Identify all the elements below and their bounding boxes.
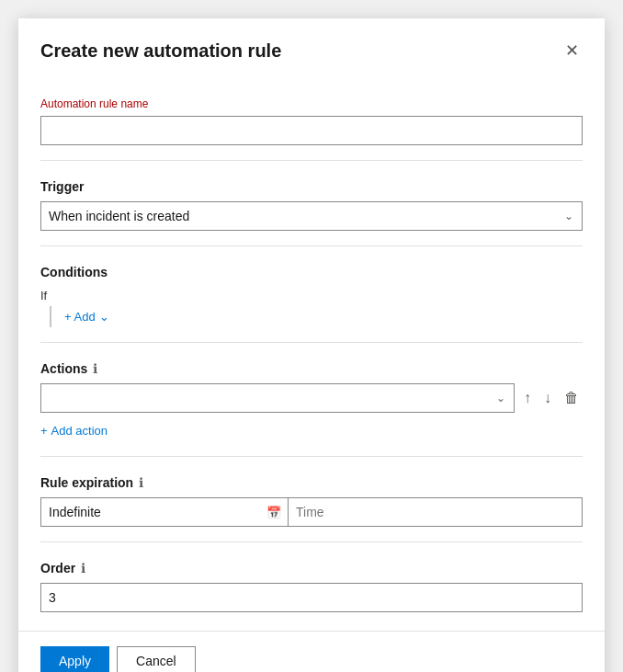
delete-icon: 🗑 bbox=[564, 390, 579, 406]
create-automation-dialog: Create new automation rule ✕ Automation … bbox=[18, 18, 605, 672]
rule-expiration-header: Rule expiration ℹ bbox=[40, 475, 583, 490]
add-condition-chevron-icon: ⌄ bbox=[99, 310, 109, 324]
expiration-date-input[interactable] bbox=[40, 497, 289, 527]
trigger-select[interactable]: When incident is created When incident i… bbox=[40, 201, 583, 231]
condition-if-label: If bbox=[40, 289, 583, 302]
add-action-label: Add action bbox=[51, 424, 108, 438]
dialog-header: Create new automation rule ✕ bbox=[18, 18, 605, 79]
order-input[interactable] bbox=[40, 583, 583, 612]
order-section: Order ℹ bbox=[40, 542, 583, 627]
plus-icon: + bbox=[40, 424, 48, 438]
conditions-section: Conditions If + Add ⌄ bbox=[40, 246, 583, 343]
rule-expiration-info-icon: ℹ bbox=[139, 475, 143, 490]
trigger-select-wrapper: When incident is created When incident i… bbox=[40, 201, 583, 231]
add-condition-label: + Add bbox=[64, 310, 96, 324]
add-condition-button[interactable]: + Add ⌄ bbox=[64, 306, 109, 327]
delete-action-button[interactable]: 🗑 bbox=[561, 386, 583, 410]
expiration-date-wrapper: 📅 bbox=[40, 497, 289, 527]
dialog-body: Automation rule name Trigger When incide… bbox=[18, 79, 605, 631]
actions-info-icon: ℹ bbox=[93, 361, 97, 376]
order-label: Order bbox=[40, 561, 75, 575]
actions-label: Actions bbox=[40, 361, 87, 376]
trigger-section: Trigger When incident is created When in… bbox=[40, 161, 583, 246]
trigger-label: Trigger bbox=[40, 179, 583, 194]
move-up-button[interactable]: ↑ bbox=[520, 386, 535, 410]
condition-tree: + Add ⌄ bbox=[50, 306, 583, 327]
move-down-icon: ↓ bbox=[544, 390, 551, 406]
action-select-wrapper: ⌄ bbox=[40, 383, 515, 413]
dialog-title: Create new automation rule bbox=[40, 40, 281, 62]
actions-section: Actions ℹ ⌄ ↑ ↓ 🗑 bbox=[40, 343, 583, 457]
action-row: ⌄ ↑ ↓ 🗑 bbox=[40, 383, 583, 413]
expiration-time-input[interactable] bbox=[289, 497, 583, 527]
rule-expiration-section: Rule expiration ℹ 📅 bbox=[40, 457, 583, 542]
apply-button[interactable]: Apply bbox=[40, 646, 109, 672]
order-info-icon: ℹ bbox=[81, 561, 85, 575]
close-icon: ✕ bbox=[565, 40, 579, 61]
automation-rule-name-input[interactable] bbox=[40, 116, 583, 145]
close-button[interactable]: ✕ bbox=[561, 37, 583, 64]
move-down-button[interactable]: ↓ bbox=[540, 386, 555, 410]
conditions-label: Conditions bbox=[40, 265, 583, 279]
add-action-button[interactable]: + Add action bbox=[40, 420, 108, 441]
order-header: Order ℹ bbox=[40, 561, 583, 575]
cancel-button[interactable]: Cancel bbox=[117, 646, 196, 672]
actions-header: Actions ℹ bbox=[40, 361, 583, 376]
rule-expiration-label: Rule expiration bbox=[40, 475, 133, 490]
rule-expiration-row: 📅 bbox=[40, 497, 583, 527]
move-up-icon: ↑ bbox=[524, 390, 531, 406]
dialog-footer: Apply Cancel bbox=[18, 631, 605, 672]
automation-rule-name-label: Automation rule name bbox=[40, 97, 583, 110]
automation-rule-name-section: Automation rule name bbox=[40, 79, 583, 161]
action-select[interactable] bbox=[40, 383, 515, 413]
